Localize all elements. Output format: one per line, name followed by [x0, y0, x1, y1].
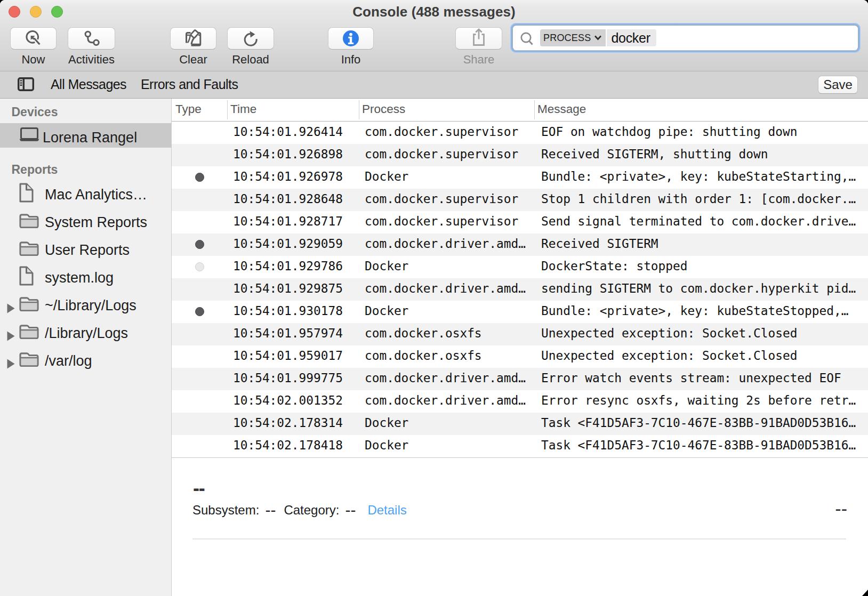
toolbar: Console (488 messages) Now Activities [0, 0, 868, 71]
detail-right-value: -- [835, 498, 847, 519]
table-row[interactable]: 10:54:01.926414 com.docker.supervisor EO… [172, 122, 868, 144]
folder-icon [19, 324, 39, 340]
cell-time: 10:54:02.001352 [233, 389, 343, 412]
sidebar-item-system-log[interactable]: system.log [0, 265, 171, 290]
table-body: 10:54:01.926414 com.docker.supervisor EO… [172, 122, 868, 457]
disclosure-triangle-icon[interactable] [7, 303, 15, 313]
disclosure-triangle-icon[interactable] [7, 331, 15, 341]
sidebar: DevicesLorena RangelReportsMac Analytics… [0, 99, 172, 596]
column-header-type[interactable]: Type [175, 98, 202, 120]
table-row[interactable]: 10:54:01.929875 com.docker.driver.amd… s… [172, 278, 868, 301]
tab-bar: All Messages Errors and Faults Save [0, 71, 868, 99]
share-button-label: Share [455, 53, 502, 66]
table-row[interactable]: 10:54:01.928717 com.docker.supervisor Se… [172, 211, 868, 233]
cell-message: Stop 1 children with order 1: [com.docke… [541, 188, 867, 210]
cell-time: 10:54:01.926898 [233, 143, 343, 165]
cell-time: 10:54:02.178314 [233, 412, 343, 434]
search-filter-label: PROCESS [543, 33, 591, 44]
cell-process: Docker [365, 165, 532, 188]
table-row[interactable]: 10:54:01.957974 com.docker.osxfs Unexpec… [172, 323, 868, 345]
cell-message: Bundle: <private>, key: kubeStateStopped… [541, 300, 867, 322]
sidebar-item-label: Mac Analytics… [45, 187, 147, 203]
column-header-message[interactable]: Message [537, 98, 586, 120]
tab-all-messages[interactable]: All Messages [51, 71, 126, 98]
table-row[interactable]: 10:54:01.930178 Docker Bundle: <private>… [172, 301, 868, 323]
sidebar-item-mac-analytics-[interactable]: Mac Analytics… [0, 182, 171, 207]
cell-time: 10:54:01.929059 [233, 232, 343, 255]
share-button[interactable] [455, 27, 502, 50]
sidebar-item--library-logs[interactable]: ~/Library/Logs [0, 293, 171, 318]
table-row[interactable]: 10:54:01.959017 com.docker.osxfs Unexpec… [172, 345, 868, 368]
cell-time: 10:54:01.959017 [233, 344, 343, 367]
chevron-down-icon [594, 35, 602, 41]
document-icon [19, 183, 34, 203]
table-row[interactable]: 10:54:02.001352 com.docker.driver.amd… E… [172, 390, 868, 413]
now-icon [22, 27, 45, 50]
sidebar-item-system-reports[interactable]: System Reports [0, 210, 171, 235]
table-row[interactable]: 10:54:02.178314 Docker Task <F41D5AF3-7C… [172, 413, 868, 435]
table-row[interactable]: 10:54:01.929786 Docker DockerState: stop… [172, 256, 868, 278]
cell-message: sending SIGTERM to com.docker.hyperkit p… [541, 277, 867, 300]
cell-time: 10:54:01.926414 [233, 120, 343, 143]
table-row[interactable]: 10:54:01.926898 com.docker.supervisor Re… [172, 144, 868, 166]
console-window: Console (488 messages) Now Activities [0, 0, 868, 596]
details-link[interactable]: Details [367, 503, 406, 518]
table-row[interactable]: 10:54:01.928648 com.docker.supervisor St… [172, 189, 868, 211]
activities-button[interactable] [68, 27, 115, 50]
cell-message: Received SIGTERM [541, 232, 867, 255]
sidebar-item--library-logs[interactable]: /Library/Logs [0, 321, 171, 345]
sidebar-item-user-reports[interactable]: User Reports [0, 238, 171, 262]
search-field-inner[interactable]: PROCESS docker [512, 25, 858, 51]
column-header-process[interactable]: Process [362, 98, 405, 120]
cell-process: com.docker.supervisor [365, 143, 532, 165]
cell-process: com.docker.driver.amd… [365, 277, 532, 300]
cell-time: 10:54:01.957974 [233, 322, 343, 344]
disclosure-triangle-icon[interactable] [7, 359, 15, 369]
cell-message: Error resync osxfs, waiting 2s before re… [541, 389, 867, 412]
table-row[interactable]: 10:54:02.178418 Docker Task <F41D5AF3-7C… [172, 435, 868, 457]
category-label: Category: [284, 503, 339, 518]
cell-message: Task <F41D5AF3-7C10-467E-83BB-91BAD0D53B… [541, 434, 867, 456]
folder-icon [19, 240, 39, 256]
info-button[interactable] [328, 27, 374, 50]
folder-icon [19, 351, 39, 367]
sidebar-item-label: /Library/Logs [45, 325, 128, 342]
table-row[interactable]: 10:54:01.926978 Docker Bundle: <private>… [172, 166, 868, 189]
search-icon [520, 32, 534, 46]
table-header: Type Time Process Message [172, 99, 868, 122]
column-separator[interactable] [359, 100, 359, 119]
subsystem-value: -- [265, 503, 276, 518]
search-term[interactable]: docker [607, 29, 656, 46]
sidebar-toggle-icon[interactable] [18, 77, 34, 91]
sidebar-section-devices: Devices [12, 104, 58, 120]
column-header-time[interactable]: Time [230, 98, 256, 120]
column-separator[interactable] [534, 100, 535, 119]
clear-button[interactable] [170, 27, 216, 50]
reload-button[interactable] [227, 27, 274, 50]
column-separator[interactable] [227, 100, 228, 119]
window-title: Console (488 messages) [0, 4, 868, 20]
cell-message: Unexpected exception: Socket.Closed [541, 322, 867, 344]
cell-message: Bundle: <private>, key: kubeStateStartin… [541, 165, 867, 188]
folder-icon [19, 213, 39, 229]
cell-process: com.docker.driver.amd… [365, 367, 532, 389]
type-dot [195, 173, 205, 182]
cell-time: 10:54:01.999775 [233, 367, 343, 389]
cell-message: Error watch events stream: unexpected EO… [541, 367, 867, 389]
cell-process: com.docker.osxfs [365, 322, 532, 344]
cell-process: com.docker.osxfs [365, 344, 532, 367]
type-dot [195, 262, 205, 272]
sidebar-item-lorena-rangel[interactable]: Lorena Rangel [0, 123, 171, 148]
search-field[interactable]: PROCESS docker [510, 23, 861, 53]
category-value: -- [345, 503, 356, 518]
cell-time: 10:54:01.929786 [233, 255, 343, 277]
content: DevicesLorena RangelReportsMac Analytics… [0, 99, 868, 596]
tab-errors-and-faults[interactable]: Errors and Faults [141, 71, 238, 98]
now-button[interactable] [10, 27, 57, 50]
table-row[interactable]: 10:54:01.999775 com.docker.driver.amd… E… [172, 368, 868, 390]
search-filter-token[interactable]: PROCESS [540, 29, 606, 46]
reload-button-label: Reload [227, 53, 274, 66]
table-row[interactable]: 10:54:01.929059 com.docker.driver.amd… R… [172, 233, 868, 256]
save-button[interactable]: Save [818, 76, 858, 94]
sidebar-item--var-log[interactable]: /var/log [0, 349, 171, 373]
